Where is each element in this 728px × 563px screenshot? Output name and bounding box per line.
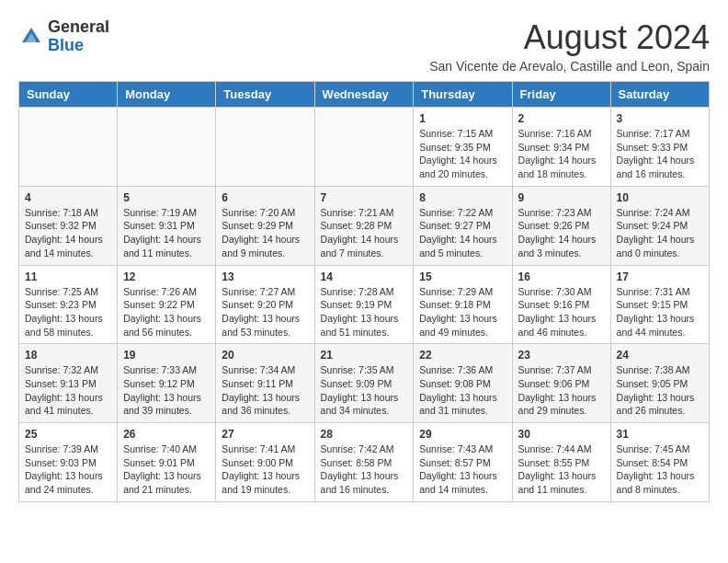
day-number: 15 bbox=[419, 270, 506, 283]
day-cell bbox=[216, 108, 314, 187]
day-number: 17 bbox=[617, 270, 703, 283]
day-info: Sunrise: 7:16 AMSunset: 9:34 PMDaylight:… bbox=[518, 127, 605, 181]
day-info: Sunrise: 7:17 AMSunset: 9:33 PMDaylight:… bbox=[617, 127, 703, 181]
day-cell: 5Sunrise: 7:19 AMSunset: 9:31 PMDaylight… bbox=[118, 186, 216, 265]
day-cell: 7Sunrise: 7:21 AMSunset: 9:28 PMDaylight… bbox=[314, 186, 414, 265]
col-thursday: Thursday bbox=[414, 82, 512, 108]
subtitle: San Vicente de Arevalo, Castille and Leo… bbox=[429, 59, 710, 74]
day-cell: 3Sunrise: 7:17 AMSunset: 9:33 PMDaylight… bbox=[610, 108, 709, 187]
day-cell: 1Sunrise: 7:15 AMSunset: 9:35 PMDaylight… bbox=[414, 108, 512, 187]
day-cell: 14Sunrise: 7:28 AMSunset: 9:19 PMDayligh… bbox=[314, 265, 414, 344]
day-cell: 22Sunrise: 7:36 AMSunset: 9:08 PMDayligh… bbox=[414, 344, 512, 423]
day-number: 21 bbox=[321, 349, 408, 362]
day-cell: 20Sunrise: 7:34 AMSunset: 9:11 PMDayligh… bbox=[216, 344, 314, 423]
day-cell: 24Sunrise: 7:38 AMSunset: 9:05 PMDayligh… bbox=[610, 344, 709, 423]
day-info: Sunrise: 7:19 AMSunset: 9:31 PMDaylight:… bbox=[123, 206, 210, 260]
day-cell: 23Sunrise: 7:37 AMSunset: 9:06 PMDayligh… bbox=[512, 344, 610, 423]
day-number: 13 bbox=[222, 270, 308, 283]
day-info: Sunrise: 7:26 AMSunset: 9:22 PMDaylight:… bbox=[123, 285, 210, 339]
day-info: Sunrise: 7:44 AMSunset: 8:55 PMDaylight:… bbox=[518, 442, 605, 497]
day-number: 4 bbox=[25, 191, 111, 204]
day-info: Sunrise: 7:23 AMSunset: 9:26 PMDaylight:… bbox=[518, 206, 605, 260]
day-info: Sunrise: 7:25 AMSunset: 9:23 PMDaylight:… bbox=[25, 285, 111, 339]
day-info: Sunrise: 7:31 AMSunset: 9:15 PMDaylight:… bbox=[617, 285, 703, 339]
day-info: Sunrise: 7:24 AMSunset: 9:24 PMDaylight:… bbox=[617, 206, 703, 260]
week-row-2: 11Sunrise: 7:25 AMSunset: 9:23 PMDayligh… bbox=[19, 265, 710, 344]
day-number: 20 bbox=[222, 349, 308, 362]
day-number: 30 bbox=[518, 428, 605, 441]
col-tuesday: Tuesday bbox=[216, 82, 314, 108]
logo-icon bbox=[18, 24, 44, 50]
logo-text: General Blue bbox=[48, 18, 109, 55]
day-number: 9 bbox=[518, 191, 605, 204]
week-row-0: 1Sunrise: 7:15 AMSunset: 9:35 PMDaylight… bbox=[19, 108, 710, 187]
day-number: 1 bbox=[419, 112, 506, 125]
day-number: 24 bbox=[617, 349, 703, 362]
day-info: Sunrise: 7:29 AMSunset: 9:18 PMDaylight:… bbox=[419, 285, 506, 339]
day-number: 14 bbox=[321, 270, 408, 283]
day-cell bbox=[118, 108, 216, 187]
calendar-header: Sunday Monday Tuesday Wednesday Thursday… bbox=[19, 82, 710, 108]
day-info: Sunrise: 7:41 AMSunset: 9:00 PMDaylight:… bbox=[222, 442, 308, 497]
day-number: 16 bbox=[518, 270, 605, 283]
day-info: Sunrise: 7:27 AMSunset: 9:20 PMDaylight:… bbox=[222, 285, 308, 339]
col-friday: Friday bbox=[512, 82, 610, 108]
day-number: 26 bbox=[123, 428, 210, 441]
day-cell: 21Sunrise: 7:35 AMSunset: 9:09 PMDayligh… bbox=[314, 344, 414, 423]
day-number: 7 bbox=[321, 191, 408, 204]
day-info: Sunrise: 7:15 AMSunset: 9:35 PMDaylight:… bbox=[419, 127, 506, 181]
day-number: 12 bbox=[123, 270, 210, 283]
day-info: Sunrise: 7:20 AMSunset: 9:29 PMDaylight:… bbox=[222, 206, 308, 260]
day-number: 31 bbox=[617, 428, 703, 441]
day-info: Sunrise: 7:40 AMSunset: 9:01 PMDaylight:… bbox=[123, 442, 210, 497]
day-cell: 26Sunrise: 7:40 AMSunset: 9:01 PMDayligh… bbox=[118, 423, 216, 502]
day-info: Sunrise: 7:22 AMSunset: 9:27 PMDaylight:… bbox=[419, 206, 506, 260]
logo: General Blue bbox=[18, 18, 109, 55]
header-row: Sunday Monday Tuesday Wednesday Thursday… bbox=[19, 82, 710, 108]
day-cell: 10Sunrise: 7:24 AMSunset: 9:24 PMDayligh… bbox=[610, 186, 709, 265]
day-cell: 31Sunrise: 7:45 AMSunset: 8:54 PMDayligh… bbox=[610, 423, 709, 502]
week-row-3: 18Sunrise: 7:32 AMSunset: 9:13 PMDayligh… bbox=[19, 344, 710, 423]
day-cell: 4Sunrise: 7:18 AMSunset: 9:32 PMDaylight… bbox=[19, 186, 118, 265]
col-saturday: Saturday bbox=[610, 82, 709, 108]
month-title: August 2024 bbox=[429, 18, 710, 57]
title-area: August 2024 San Vicente de Arevalo, Cast… bbox=[429, 18, 710, 74]
day-number: 5 bbox=[123, 191, 210, 204]
col-sunday: Sunday bbox=[19, 82, 118, 108]
day-info: Sunrise: 7:43 AMSunset: 8:57 PMDaylight:… bbox=[419, 442, 506, 497]
calendar-body: 1Sunrise: 7:15 AMSunset: 9:35 PMDaylight… bbox=[19, 108, 710, 502]
col-monday: Monday bbox=[118, 82, 216, 108]
logo-blue: Blue bbox=[48, 36, 84, 54]
day-info: Sunrise: 7:21 AMSunset: 9:28 PMDaylight:… bbox=[321, 206, 408, 260]
day-cell: 16Sunrise: 7:30 AMSunset: 9:16 PMDayligh… bbox=[512, 265, 610, 344]
day-number: 8 bbox=[419, 191, 506, 204]
day-info: Sunrise: 7:28 AMSunset: 9:19 PMDaylight:… bbox=[321, 285, 408, 339]
day-cell bbox=[19, 108, 118, 187]
day-info: Sunrise: 7:35 AMSunset: 9:09 PMDaylight:… bbox=[321, 363, 408, 418]
day-number: 19 bbox=[123, 349, 210, 362]
day-cell: 18Sunrise: 7:32 AMSunset: 9:13 PMDayligh… bbox=[19, 344, 118, 423]
day-cell: 8Sunrise: 7:22 AMSunset: 9:27 PMDaylight… bbox=[414, 186, 512, 265]
header: General Blue August 2024 San Vicente de … bbox=[18, 18, 710, 74]
day-cell: 9Sunrise: 7:23 AMSunset: 9:26 PMDaylight… bbox=[512, 186, 610, 265]
day-cell: 27Sunrise: 7:41 AMSunset: 9:00 PMDayligh… bbox=[216, 423, 314, 502]
col-wednesday: Wednesday bbox=[314, 82, 414, 108]
day-number: 27 bbox=[222, 428, 308, 441]
day-cell: 28Sunrise: 7:42 AMSunset: 8:58 PMDayligh… bbox=[314, 423, 414, 502]
day-cell: 30Sunrise: 7:44 AMSunset: 8:55 PMDayligh… bbox=[512, 423, 610, 502]
calendar: Sunday Monday Tuesday Wednesday Thursday… bbox=[18, 81, 710, 502]
day-info: Sunrise: 7:32 AMSunset: 9:13 PMDaylight:… bbox=[25, 363, 111, 418]
week-row-1: 4Sunrise: 7:18 AMSunset: 9:32 PMDaylight… bbox=[19, 186, 710, 265]
day-info: Sunrise: 7:39 AMSunset: 9:03 PMDaylight:… bbox=[25, 442, 111, 497]
day-cell: 6Sunrise: 7:20 AMSunset: 9:29 PMDaylight… bbox=[216, 186, 314, 265]
day-number: 28 bbox=[321, 428, 408, 441]
day-number: 25 bbox=[25, 428, 111, 441]
day-number: 10 bbox=[617, 191, 703, 204]
day-info: Sunrise: 7:34 AMSunset: 9:11 PMDaylight:… bbox=[222, 363, 308, 418]
day-number: 22 bbox=[419, 349, 506, 362]
day-number: 29 bbox=[419, 428, 506, 441]
day-cell: 12Sunrise: 7:26 AMSunset: 9:22 PMDayligh… bbox=[118, 265, 216, 344]
day-info: Sunrise: 7:38 AMSunset: 9:05 PMDaylight:… bbox=[617, 363, 703, 418]
day-number: 11 bbox=[25, 270, 111, 283]
day-info: Sunrise: 7:18 AMSunset: 9:32 PMDaylight:… bbox=[25, 206, 111, 260]
